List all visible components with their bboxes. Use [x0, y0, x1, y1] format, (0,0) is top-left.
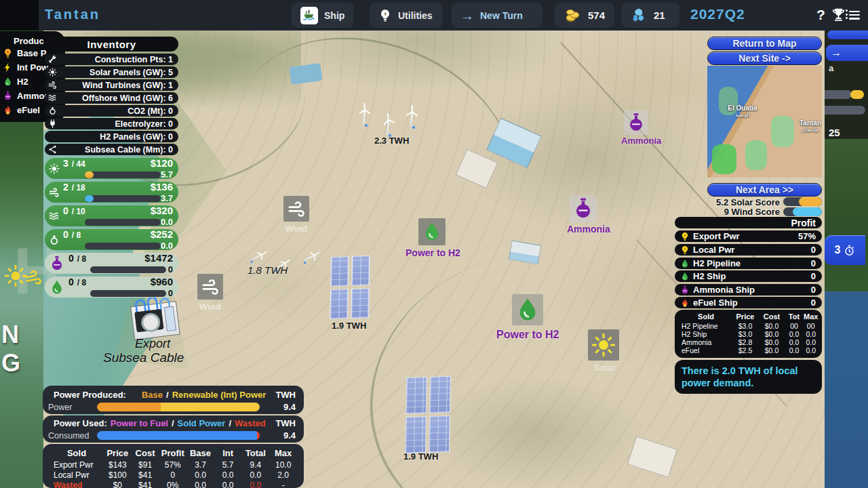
- inventory-item-label: H2 Panels (GW): 0: [60, 132, 178, 142]
- profit-row-h2-pipeline[interactable]: H2 Pipeline0: [675, 258, 822, 269]
- minimap-city-tantan: Tantan طانطان: [795, 120, 822, 134]
- profit-row-efuel-ship[interactable]: eFuel Ship0: [675, 297, 822, 308]
- lightning-icon: [3, 62, 13, 73]
- used-label: Power Used:: [54, 418, 107, 428]
- wind-marker-label: Wind: [285, 224, 307, 234]
- cell: 0.0: [186, 481, 214, 488]
- turn-timer-badge[interactable]: 3: [825, 235, 865, 265]
- col-header: Price: [104, 448, 132, 460]
- partial-blue-button[interactable]: →: [826, 45, 868, 61]
- col-header: Base: [186, 448, 214, 460]
- power-to-h2-marker[interactable]: [418, 218, 446, 245]
- consumed-row-label: Consumed: [48, 431, 97, 441]
- utilities-button[interactable]: Utilities: [370, 3, 443, 28]
- top-bar: Tantan Ship Utilities → New Turn 574 21 …: [0, 0, 868, 30]
- partial-blue-button[interactable]: [827, 30, 868, 39]
- wind-turbine[interactable]: [380, 115, 396, 138]
- inventory-item-h2panels[interactable]: H2 Panels (GW): 0: [45, 131, 178, 142]
- row-value: 0: [811, 285, 816, 295]
- cell: $0: [104, 481, 132, 488]
- col-header: Total: [242, 448, 270, 460]
- cell: H2 Ship: [680, 330, 732, 338]
- help-icon[interactable]: ?: [816, 7, 825, 23]
- solar-panel-array[interactable]: [330, 256, 370, 319]
- cell: $3.0: [732, 330, 759, 338]
- inventory-item-electrolyzer[interactable]: Electrolyzer: 0: [45, 118, 178, 129]
- twh-label: 1.9 TWH: [403, 451, 438, 462]
- row-label: Local Pwr: [693, 245, 734, 255]
- stopwatch-icon: [844, 245, 855, 256]
- inventory-item-construction[interactable]: Construction Pts: 1: [45, 54, 178, 65]
- row-value: 0: [811, 258, 816, 268]
- cell: 0.0: [214, 481, 242, 488]
- minimap[interactable]: El Ouatia الوطية Tantan طانطان: [707, 66, 822, 178]
- col-header: Price: [732, 312, 759, 322]
- coins-value: 574: [588, 9, 605, 21]
- buy-offshore-pill[interactable]: 0/ 10$320 0.0: [45, 205, 178, 226]
- produced-value: 9.4: [283, 402, 296, 412]
- inventory-item-offshore[interactable]: Offshore Wind (GW): 6: [45, 92, 178, 104]
- buy-solar-pill[interactable]: 3/ 44$120 5.7: [45, 158, 178, 179]
- waves-icon: [48, 94, 57, 102]
- game-screen: 2.3 TWH 1.8 TWH Wind Wind 1.9 TWH Power …: [0, 0, 868, 488]
- ammonia-flask-icon: [3, 91, 13, 101]
- next-site-button[interactable]: Next Site ->: [707, 52, 822, 65]
- power-to-h2-marker[interactable]: [512, 294, 543, 325]
- crystals-counter: 21: [621, 3, 679, 28]
- coin-icon: [564, 8, 581, 23]
- inventory-item-solar[interactable]: Solar Panels (GW): 5: [45, 66, 178, 78]
- consumed-value: 9.4: [283, 430, 296, 441]
- wind-icon: [48, 81, 57, 89]
- wind-turbine[interactable]: [356, 105, 372, 128]
- value: 0.0: [161, 241, 173, 251]
- inventory-item-co2[interactable]: CO2 (Mt): 0: [45, 105, 178, 117]
- subsea-cable-machine[interactable]: [130, 301, 180, 340]
- buy-wind-pill[interactable]: 2/ 18$136 3.7: [45, 182, 178, 203]
- inventory-item-subsea[interactable]: Subsea Cable (Mm): 0: [45, 144, 178, 155]
- next-area-button[interactable]: Next Area >>: [707, 183, 822, 197]
- max: / 44: [72, 159, 85, 169]
- sold-power-legend: Sold Power: [178, 418, 226, 428]
- profit-row-h2-ship[interactable]: H2 Ship0: [675, 270, 822, 282]
- profit-row-local[interactable]: Local Pwr0: [675, 244, 822, 256]
- minimap-site-blob[interactable]: [712, 144, 736, 174]
- profit-row-export[interactable]: Export Pwr57%: [675, 230, 822, 242]
- bulb-icon: [3, 48, 13, 58]
- solar-marker[interactable]: [588, 329, 619, 361]
- legend-label: H2: [17, 77, 28, 87]
- cell: eFuel: [680, 346, 732, 354]
- solar-score-text: 5.2 Solar Score: [678, 197, 780, 207]
- capacity-bar: [85, 219, 161, 226]
- ammonia-marker[interactable]: [624, 110, 648, 135]
- buy-electrolyzer-pill[interactable]: 0/ 8$252 0.0: [45, 229, 178, 250]
- minimap-site-blob[interactable]: [771, 116, 794, 147]
- cell: 00: [785, 322, 804, 330]
- wind-marker[interactable]: [283, 196, 309, 222]
- row-value: 57%: [798, 231, 816, 241]
- buy-ammonia-pill[interactable]: 0/ 8$1472 0: [45, 253, 178, 274]
- ammonia-marker[interactable]: [570, 195, 597, 222]
- game-date: 2027Q2: [690, 6, 745, 22]
- waves-icon: [49, 208, 60, 224]
- cable-icon: [48, 145, 57, 154]
- wind-turbine[interactable]: [403, 107, 420, 130]
- return-to-map-button[interactable]: Return to Map: [707, 37, 822, 50]
- power-row-label: Power: [48, 403, 97, 412]
- menu-list-icon[interactable]: [849, 9, 860, 21]
- max: / 10: [72, 207, 85, 216]
- new-turn-button[interactable]: → New Turn: [452, 3, 542, 28]
- legend-label: Int Pow: [17, 62, 48, 73]
- solar-panel-array[interactable]: [405, 376, 451, 453]
- minimap-site-blob[interactable]: [745, 140, 767, 170]
- buy-h2panel-pill[interactable]: 0/ 8$960 0: [45, 277, 178, 298]
- wind-marker[interactable]: [197, 274, 223, 300]
- crystals-value: 21: [654, 9, 665, 21]
- fuel-sales-table: Sold Price Cost Tot Max H2 Pipeline $3.0…: [675, 310, 822, 358]
- twh-label: 1.9 TWH: [332, 321, 366, 331]
- inventory-item-label: Wind Turbines (GW): 1: [60, 81, 178, 90]
- inventory-item-wind[interactable]: Wind Turbines (GW): 1: [45, 79, 178, 91]
- turns-remaining: 3: [835, 244, 841, 256]
- ship-button[interactable]: Ship: [292, 3, 354, 28]
- profit-row-ammonia-ship[interactable]: Ammonia Ship0: [675, 284, 822, 296]
- h2-droplet-icon: [514, 296, 541, 323]
